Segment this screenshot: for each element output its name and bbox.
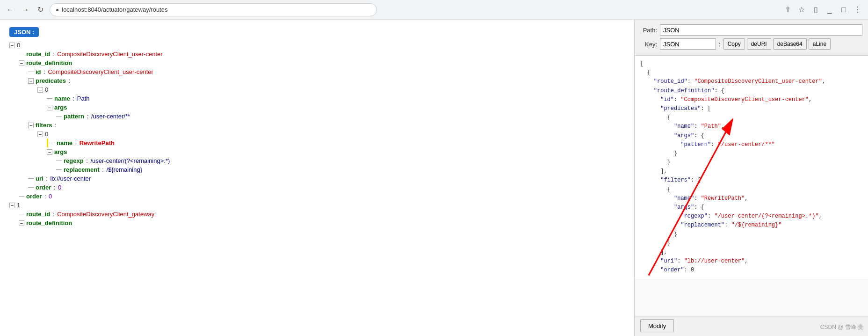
name-value: Path (77, 95, 90, 102)
tree-filter-args-row: − args (47, 147, 634, 156)
tree-pattern-row: pattern : /user-center/** (56, 112, 634, 121)
expand-icon-pred-0[interactable]: − (37, 87, 43, 93)
modify-button[interactable]: Modify (640, 319, 674, 332)
key-input[interactable] (660, 38, 716, 50)
filter-index: 0 (45, 131, 48, 138)
filter-name-key: name (57, 139, 72, 146)
order-outer-key: order (26, 193, 42, 200)
connector-replacement (56, 169, 62, 170)
expand-icon-1[interactable]: − (9, 203, 15, 208)
key-input-area: : Copy deURI deBase64 aLine (660, 38, 831, 50)
tree-order-inner-row: order : 0 (28, 183, 634, 192)
order-outer-value: 0 (49, 193, 52, 200)
connector-order-outer (19, 196, 24, 197)
browser-right-icons: ⇧ ☆ ▯ ⎯ □ ⋮ (782, 4, 863, 15)
pattern-value: /user-center/** (91, 113, 130, 120)
key-label: Key: (640, 41, 657, 48)
name-key: name (54, 95, 70, 102)
connector-id (28, 72, 34, 72)
browser-chrome: ← → ↻ ● localhost:8040/actuator/gateway/… (0, 0, 868, 20)
expand-icon-filter-args[interactable]: − (47, 149, 52, 155)
expand-icon-predicates[interactable]: − (28, 78, 34, 84)
filters-key: filters (36, 122, 52, 129)
forward-button[interactable]: → (20, 4, 31, 15)
tree-uri-row: uri : lb://user-center (28, 174, 634, 183)
reload-button[interactable]: ↻ (35, 4, 46, 15)
colon-separator: : (719, 41, 721, 48)
replacement-key: replacement (64, 166, 100, 173)
url-text: localhost:8040/actuator/gateway/routes (62, 6, 167, 13)
filter-args-key: args (54, 148, 67, 155)
regexp-key: regexp (64, 157, 84, 164)
order-inner-value: 0 (58, 184, 61, 191)
tree-pred-0-row: − 0 (37, 85, 634, 94)
regexp-value: /user-center/(?<remaining>.*) (90, 157, 170, 164)
path-input[interactable] (660, 24, 862, 36)
connector-uri (28, 178, 34, 179)
deuri-button[interactable]: deURI (747, 38, 771, 50)
left-panel: JSON : − 0 route_id : CompositeDiscovery… (0, 20, 634, 336)
expand-icon-route-def2[interactable]: − (19, 220, 24, 226)
aline-button[interactable]: aLine (809, 38, 831, 50)
route-id2-value: CompositeDiscoveryClient_gateway (57, 211, 154, 218)
root-index-1: 1 (17, 202, 20, 209)
menu-icon[interactable]: ⋮ (852, 4, 863, 15)
route-id-value: CompositeDiscoveryClient_user-center (57, 51, 162, 58)
key-row: Key: : Copy deURI deBase64 aLine (640, 38, 862, 50)
filter-name-value: RewritePath (80, 139, 115, 146)
pattern-key: pattern (64, 113, 84, 120)
id-value: CompositeDiscoveryClient_user-center (48, 68, 153, 75)
expand-icon-0[interactable]: − (9, 43, 15, 48)
profile-icon[interactable]: ⎯ (824, 4, 835, 15)
connector-route-id2 (19, 214, 24, 214)
tree-predicates-row: − predicates : (28, 76, 634, 85)
path-label: Path: (640, 27, 657, 34)
expand-icon-filters[interactable]: − (28, 123, 34, 128)
expand-icon-filter-0[interactable]: − (37, 131, 43, 137)
tree-replacement-row: replacement : /${remaining} (56, 165, 634, 174)
window-icon[interactable]: □ (838, 4, 849, 15)
tree-root-1: − 1 (9, 201, 634, 210)
root-index: 0 (17, 42, 20, 49)
tree-name-row: name : Path (47, 94, 634, 103)
connector-filter-name (49, 143, 55, 143)
right-panel: Path: Key: : Copy deURI deBase64 aLine [… (634, 20, 868, 336)
tree-regexp-row: regexp : /user-center/(?<remaining>.*) (56, 156, 634, 165)
tree-route-id2-row: route_id : CompositeDiscoveryClient_gate… (19, 210, 634, 219)
back-button[interactable]: ← (5, 4, 16, 15)
tree-route-id-row: route_id : CompositeDiscoveryClient_user… (19, 50, 634, 58)
copy-button[interactable]: Copy (723, 38, 745, 50)
bookmark-icon[interactable]: ☆ (796, 4, 807, 15)
tree-route-def-row: − route_definition (19, 58, 634, 67)
expand-icon-route-def[interactable]: − (19, 60, 24, 66)
connector-name (47, 98, 52, 99)
pred-index: 0 (45, 86, 48, 93)
json-display-wrapper: [ { "route_id": "CompositeDiscoveryClien… (635, 56, 868, 316)
predicates-key: predicates (36, 77, 66, 84)
tree-args-row: − args (47, 103, 634, 112)
tree-filter-0-row: − 0 (37, 130, 634, 139)
id-key: id (36, 68, 41, 75)
address-bar[interactable]: ● localhost:8040/actuator/gateway/routes (50, 3, 377, 16)
main-content: JSON : − 0 route_id : CompositeDiscovery… (0, 20, 868, 336)
right-panel-form: Path: Key: : Copy deURI deBase64 aLine (635, 20, 868, 56)
watermark: CSDN @ 雪峰·贵 (820, 323, 863, 331)
route-id-key: route_id (26, 51, 50, 58)
uri-key: uri (36, 175, 43, 182)
json-display[interactable]: [ { "route_id": "CompositeDiscoveryClien… (635, 56, 868, 279)
extensions-icon[interactable]: ▯ (810, 4, 821, 15)
connector-order-inner (28, 187, 34, 188)
lock-icon: ● (56, 7, 59, 13)
json-button[interactable]: JSON : (9, 27, 39, 37)
tree-filter-name-row: name : RewritePath (47, 139, 634, 147)
expand-icon-args[interactable]: − (47, 105, 52, 110)
args-key: args (54, 104, 67, 111)
route-id2-key: route_id (26, 211, 50, 218)
share-icon[interactable]: ⇧ (782, 4, 793, 15)
order-inner-key: order (36, 184, 51, 191)
route-def2-key: route_definition (26, 219, 72, 226)
tree-root-0: − 0 (9, 41, 634, 50)
connector-pattern (56, 116, 62, 117)
replacement-value: /${remaining} (106, 166, 142, 173)
debase64-button[interactable]: deBase64 (773, 38, 807, 50)
